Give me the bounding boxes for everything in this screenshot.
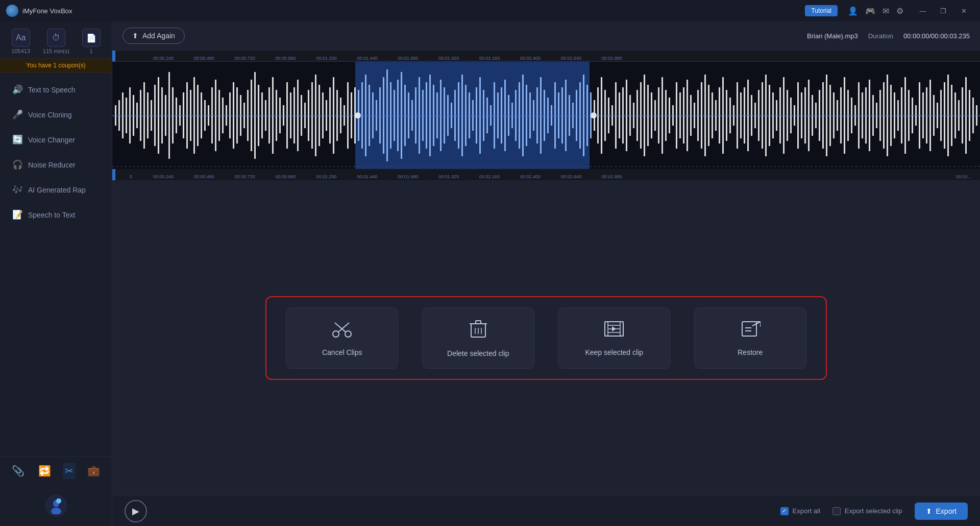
export-selected-checkbox[interactable] bbox=[832, 507, 841, 515]
restore-label: Restore bbox=[738, 348, 763, 356]
sidebar-item-text-to-speech[interactable]: 🔊 Text to Speech bbox=[3, 78, 109, 102]
export-btn-label: Export bbox=[936, 507, 957, 515]
noise-reducer-icon: 🎧 bbox=[12, 159, 23, 170]
duration-label: Duration bbox=[868, 32, 893, 40]
svg-rect-4 bbox=[57, 499, 61, 501]
paperclip-icon[interactable]: 📎 bbox=[10, 463, 27, 479]
svg-marker-268 bbox=[612, 326, 616, 331]
add-again-label: Add Again bbox=[142, 32, 175, 40]
timeline-top-ruler: /* ruler marks rendered by JS below */ 0… bbox=[112, 51, 980, 62]
titlebar: iMyFone VoxBox Tutorial 👤 🎮 ✉ ⚙ — ❐ ✕ bbox=[0, 0, 980, 21]
app-logo bbox=[6, 5, 18, 17]
waveform-container: /* ruler marks rendered by JS below */ 0… bbox=[112, 51, 980, 180]
waveform-bars bbox=[112, 62, 980, 169]
text-to-speech-label: Text to Speech bbox=[28, 86, 76, 94]
cancel-clips-label: Cancel Clips bbox=[322, 348, 362, 356]
voice-cloning-icon: 🎤 bbox=[12, 109, 23, 120]
sidebar-item-noise-reducer[interactable]: 🎧 Noise Reducer bbox=[3, 153, 109, 177]
files-icon: 📄 bbox=[82, 29, 101, 47]
waveform-canvas[interactable] bbox=[112, 62, 980, 169]
settings-icon[interactable]: ⚙ bbox=[896, 6, 903, 16]
keep-selected-clip-card[interactable]: Keep selected clip bbox=[558, 307, 670, 369]
mail-icon[interactable]: ✉ bbox=[883, 6, 889, 16]
briefcase-icon[interactable]: 💼 bbox=[85, 463, 102, 479]
export-btn-icon: ⬆ bbox=[926, 507, 932, 515]
bottombar: ▶ Export all Export selected clip ⬆ Expo… bbox=[112, 495, 980, 526]
topbar: ⬆ Add Again Brian (Male).mp3 Duration 00… bbox=[112, 21, 980, 51]
chars-value: 105413 bbox=[11, 48, 30, 54]
ai-rap-label: AI Generated Rap bbox=[28, 186, 86, 194]
svg-point-253 bbox=[345, 331, 351, 337]
actions-box: Cancel Clips Delete selected clip bbox=[265, 296, 827, 380]
timeline-bottom-ruler: 0 00:00.240 00:00.480 00:00.720 00:00.96… bbox=[112, 169, 980, 180]
svg-rect-258 bbox=[476, 321, 481, 324]
titlebar-icons: 👤 🎮 ✉ ⚙ bbox=[848, 6, 903, 16]
export-all-option[interactable]: Export all bbox=[780, 507, 820, 515]
voice-changer-label: Voice Changer bbox=[28, 136, 75, 144]
tutorial-button[interactable]: Tutorial bbox=[805, 5, 838, 16]
scissors-icon bbox=[332, 320, 352, 342]
export-button[interactable]: ⬆ Export bbox=[915, 503, 968, 520]
minimize-button[interactable]: — bbox=[913, 3, 933, 18]
filename: Brian (Male).mp3 bbox=[807, 32, 858, 40]
sidebar-item-voice-cloning[interactable]: 🎤 Voice Cloning bbox=[3, 103, 109, 127]
voice-cloning-label: Voice Cloning bbox=[28, 111, 72, 119]
minutes-icon: ⏱ bbox=[47, 29, 65, 47]
delete-selected-clip-card[interactable]: Delete selected clip bbox=[422, 307, 534, 369]
user-icon[interactable]: 👤 bbox=[848, 6, 858, 16]
main-layout: Aa 105413 ⏱ 115 min(s) 📄 1 You have 1 co… bbox=[0, 21, 980, 526]
ruler-svg: /* ruler marks rendered by JS below */ bbox=[112, 51, 980, 62]
actions-area: Cancel Clips Delete selected clip bbox=[112, 180, 980, 495]
scissors-active-icon[interactable]: ✂ bbox=[63, 463, 76, 479]
app-title: iMyFone VoxBox bbox=[22, 7, 805, 15]
noise-reducer-label: Noise Reducer bbox=[28, 161, 76, 169]
speech-to-text-icon: 📝 bbox=[12, 209, 23, 220]
voice-changer-icon: 🔄 bbox=[12, 134, 23, 145]
maximize-button[interactable]: ❐ bbox=[933, 3, 953, 18]
files-value: 1 bbox=[90, 48, 93, 54]
sidebar-stats: Aa 105413 ⏱ 115 min(s) 📄 1 bbox=[0, 21, 112, 59]
gamepad-icon[interactable]: 🎮 bbox=[865, 6, 875, 16]
export-selected-option[interactable]: Export selected clip bbox=[832, 507, 902, 515]
sidebar-item-ai-generated-rap[interactable]: 🎶 AI Generated Rap bbox=[3, 178, 109, 202]
keep-selected-clip-label: Keep selected clip bbox=[585, 348, 643, 356]
minutes-value: 115 min(s) bbox=[43, 48, 69, 54]
svg-point-252 bbox=[333, 331, 339, 337]
avatar bbox=[45, 494, 67, 517]
stat-files: 📄 1 bbox=[82, 29, 101, 54]
sidebar-item-speech-to-text[interactable]: 📝 Speech to Text bbox=[3, 203, 109, 227]
svg-point-250 bbox=[591, 112, 597, 118]
sidebar: Aa 105413 ⏱ 115 min(s) 📄 1 You have 1 co… bbox=[0, 21, 112, 526]
svg-point-249 bbox=[355, 112, 361, 118]
delete-selected-clip-label: Delete selected clip bbox=[447, 349, 509, 357]
play-icon: ▶ bbox=[132, 506, 139, 517]
speech-to-text-label: Speech to Text bbox=[28, 211, 75, 219]
svg-rect-269 bbox=[742, 322, 756, 336]
text-to-speech-icon: 🔊 bbox=[12, 84, 23, 95]
sidebar-nav: 🔊 Text to Speech 🎤 Voice Cloning 🔄 Voice… bbox=[0, 73, 112, 456]
sidebar-bottom: 📎 🔁 ✂ 💼 bbox=[0, 456, 112, 485]
content-area: ⬆ Add Again Brian (Male).mp3 Duration 00… bbox=[112, 21, 980, 526]
loop-icon[interactable]: 🔁 bbox=[36, 463, 53, 479]
close-button[interactable]: ✕ bbox=[953, 3, 974, 18]
sidebar-item-voice-changer[interactable]: 🔄 Voice Changer bbox=[3, 128, 109, 152]
export-all-checkbox[interactable] bbox=[780, 507, 789, 515]
file-info: Brian (Male).mp3 Duration 00:00:00/00:00… bbox=[807, 32, 970, 40]
sidebar-footer bbox=[0, 485, 112, 526]
restore-card[interactable]: Restore bbox=[694, 307, 806, 369]
upload-icon: ⬆ bbox=[132, 32, 138, 40]
titlebar-actions: Tutorial 👤 🎮 ✉ ⚙ — ❐ ✕ bbox=[805, 3, 974, 18]
cancel-clips-card[interactable]: Cancel Clips bbox=[286, 307, 398, 369]
restore-icon bbox=[740, 320, 761, 342]
add-again-button[interactable]: ⬆ Add Again bbox=[122, 28, 185, 44]
window-controls: — ❐ ✕ bbox=[913, 3, 974, 18]
export-all-label: Export all bbox=[793, 507, 820, 515]
stat-minutes: ⏱ 115 min(s) bbox=[43, 29, 69, 54]
duration-value: 00:00:00/00:00:03.235 bbox=[903, 32, 970, 40]
export-selected-label: Export selected clip bbox=[845, 507, 902, 515]
play-button[interactable]: ▶ bbox=[125, 500, 147, 522]
bottombar-right: Export all Export selected clip ⬆ Export bbox=[780, 503, 968, 520]
coupon-bar: You have 1 coupon(s) bbox=[0, 59, 112, 73]
ai-rap-icon: 🎶 bbox=[12, 184, 23, 195]
chars-icon: Aa bbox=[12, 29, 30, 47]
